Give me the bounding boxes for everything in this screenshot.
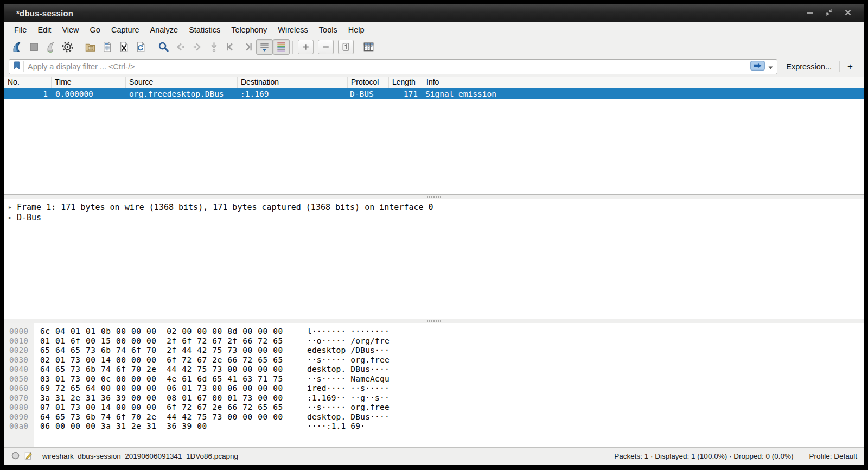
- go-forward-button[interactable]: [189, 39, 206, 55]
- column-header-destination[interactable]: Destination: [238, 77, 348, 88]
- menu-go[interactable]: Go: [85, 23, 106, 37]
- status-bar: wireshark_dbus-session_20190606091341_1D…: [4, 447, 864, 465]
- menu-telephony[interactable]: Telephony: [226, 23, 272, 37]
- zoom-out-button[interactable]: [318, 40, 334, 54]
- resize-columns-button[interactable]: [360, 39, 377, 55]
- find-packet-button[interactable]: [155, 39, 172, 55]
- shark-fin-icon: [11, 41, 23, 53]
- hex-row[interactable]: 002065 64 65 73 6b 74 6f 70 2f 44 42 75 …: [4, 346, 864, 355]
- detail-tree-row[interactable]: ▸Frame 1: 171 bytes on wire (1368 bits),…: [4, 202, 864, 212]
- file-reload-icon: [135, 41, 147, 53]
- shark-fin-gray-icon: [44, 41, 57, 53]
- expander-icon[interactable]: ▸: [9, 204, 17, 210]
- hex-dump-pane[interactable]: 00006c 04 01 01 0b 00 00 00 02 00 00 00 …: [4, 323, 864, 447]
- stop-capture-button[interactable]: [25, 39, 42, 55]
- file-save-icon: [101, 41, 113, 53]
- packet-list-body[interactable]: 10.000000org.freedesktop.DBus:1.169D-BUS…: [4, 88, 864, 194]
- menu-capture[interactable]: Capture: [106, 23, 145, 37]
- pencil-comment-icon: [24, 451, 33, 462]
- capture-options-button[interactable]: [59, 39, 76, 55]
- hex-offset: 0000: [4, 327, 34, 336]
- hex-row[interactable]: 009064 65 73 6b 74 6f 70 2e 44 42 75 73 …: [4, 412, 864, 422]
- go-last-packet-button[interactable]: [239, 39, 256, 55]
- packet-row[interactable]: 10.000000org.freedesktop.DBus:1.169D-BUS…: [4, 88, 864, 99]
- reload-file-button[interactable]: [132, 39, 149, 55]
- open-file-button[interactable]: [82, 39, 99, 55]
- go-first-packet-button[interactable]: [222, 39, 239, 55]
- search-icon: [157, 41, 170, 53]
- close-file-button[interactable]: [116, 39, 132, 55]
- packet-cell-no: 1: [4, 88, 52, 99]
- hex-bytes: 65 64 65 73 6b 74 6f 70 2f 44 42 75 73 0…: [34, 346, 307, 355]
- arrow-back-icon: [174, 41, 187, 53]
- go-to-packet-button[interactable]: [206, 39, 222, 55]
- restart-capture-button[interactable]: [42, 39, 59, 55]
- packet-details-pane[interactable]: ▸Frame 1: 171 bytes on wire (1368 bits),…: [4, 199, 864, 319]
- hex-ascii: ··s····· org.free: [307, 403, 390, 412]
- arrow-forward-icon: [191, 41, 203, 53]
- hex-ascii: l······· ········: [307, 327, 390, 336]
- toolbar-separator: [292, 41, 293, 54]
- restore-button[interactable]: [824, 9, 834, 18]
- column-header-source[interactable]: Source: [126, 77, 238, 88]
- window-title: *dbus-session: [16, 9, 73, 18]
- titlebar[interactable]: *dbus-session: [4, 4, 864, 22]
- hex-ascii: ··s····· org.free: [307, 355, 390, 365]
- menu-wireless[interactable]: Wireless: [272, 23, 314, 37]
- splitter-hex[interactable]: [4, 319, 864, 323]
- hex-row[interactable]: 001001 01 6f 00 15 00 00 00 2f 6f 72 67 …: [4, 336, 864, 346]
- menu-help[interactable]: Help: [343, 23, 370, 37]
- hex-row[interactable]: 003002 01 73 00 14 00 00 00 6f 72 67 2e …: [4, 355, 864, 365]
- apply-filter-button[interactable]: [750, 61, 765, 73]
- column-header-protocol[interactable]: Protocol: [348, 77, 389, 88]
- column-header-length[interactable]: Length: [389, 77, 423, 88]
- last-packet-icon: [241, 41, 254, 53]
- menu-view[interactable]: View: [56, 23, 84, 37]
- column-header-info[interactable]: Info: [423, 77, 864, 88]
- menu-tools[interactable]: Tools: [314, 23, 343, 37]
- detail-tree-row[interactable]: ▸D-Bus: [4, 212, 864, 223]
- hex-bytes: 69 72 65 64 00 00 00 00 06 01 73 00 06 0…: [34, 384, 307, 393]
- hex-offset: 0080: [4, 403, 34, 412]
- toolbar-separator: [79, 41, 79, 54]
- menu-edit[interactable]: Edit: [32, 23, 56, 37]
- hex-row[interactable]: 00006c 04 01 01 0b 00 00 00 02 00 00 00 …: [4, 327, 864, 336]
- hex-row[interactable]: 004064 65 73 6b 74 6f 70 2e 44 42 75 73 …: [4, 365, 864, 374]
- filter-dropdown-caret-icon[interactable]: [768, 62, 773, 72]
- zoom-in-button[interactable]: [298, 40, 314, 54]
- save-file-button[interactable]: [99, 39, 116, 55]
- expression-button[interactable]: Expression...: [777, 62, 839, 71]
- splitter-details[interactable]: [4, 194, 864, 199]
- hex-row[interactable]: 00703a 31 2e 31 36 39 00 00 08 01 67 00 …: [4, 393, 864, 403]
- profile-label[interactable]: Profile: Default: [809, 452, 858, 460]
- go-back-button[interactable]: [172, 39, 189, 55]
- hex-row[interactable]: 00a006 00 00 00 3a 31 2e 31 36 39 00····…: [4, 422, 864, 431]
- menu-file[interactable]: File: [9, 23, 32, 37]
- filter-bookmark-button[interactable]: [12, 61, 24, 72]
- hex-offset: 0090: [4, 412, 34, 422]
- apply-filter-controls: [750, 61, 774, 73]
- close-button[interactable]: [843, 9, 853, 18]
- packet-list-header: No.TimeSourceDestinationProtocolLengthIn…: [4, 77, 864, 88]
- normal-size-button[interactable]: [338, 40, 354, 54]
- add-filter-button[interactable]: +: [839, 61, 858, 72]
- colorize-button[interactable]: [273, 39, 290, 55]
- capture-comment-button[interactable]: [22, 450, 35, 462]
- packet-cell-time: 0.000000: [52, 88, 126, 99]
- column-header-time[interactable]: Time: [52, 77, 126, 88]
- auto-scroll-button[interactable]: [256, 39, 273, 55]
- expert-info-button[interactable]: [9, 450, 22, 462]
- hex-row[interactable]: 006069 72 65 64 00 00 00 00 06 01 73 00 …: [4, 384, 864, 393]
- display-filter-input[interactable]: Apply a display filter ... <Ctrl-/>: [9, 59, 777, 74]
- start-capture-button[interactable]: [9, 39, 25, 55]
- expander-icon[interactable]: ▸: [9, 214, 17, 220]
- hex-offset: 0060: [4, 384, 34, 393]
- column-header-no[interactable]: No.: [4, 77, 52, 88]
- minimize-button[interactable]: [805, 9, 815, 18]
- resize-columns-icon: [362, 41, 375, 53]
- hex-row[interactable]: 005003 01 73 00 0c 00 00 00 4e 61 6d 65 …: [4, 374, 864, 384]
- window-controls: [805, 9, 856, 18]
- hex-row[interactable]: 008007 01 73 00 14 00 00 00 6f 72 67 2e …: [4, 403, 864, 412]
- menu-statistics[interactable]: Statistics: [183, 23, 226, 37]
- menu-analyze[interactable]: Analyze: [145, 23, 184, 37]
